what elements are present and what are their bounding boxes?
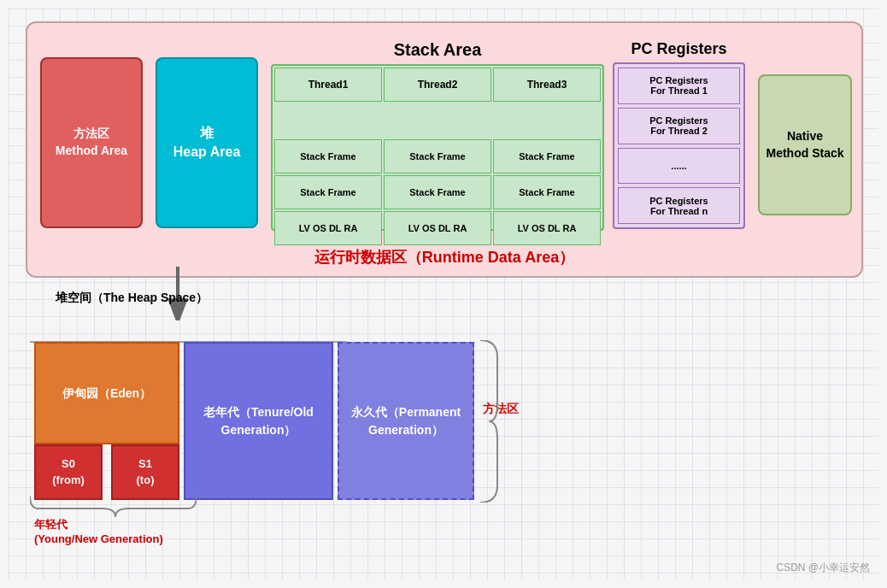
pc-registers-title: PC Registers (613, 40, 745, 58)
s0-box: S0(from) (34, 444, 103, 500)
perm-gen-label: 永久代（PermanentGeneration） (351, 403, 461, 439)
old-gen-label: 老年代（Tenure/OldGeneration） (203, 403, 314, 439)
frame-r3c2: Stack Frame (384, 139, 491, 173)
watermark: CSDN @小幸运安然 (776, 561, 870, 575)
heap-area-label2: Heap Area (173, 143, 241, 162)
method-area-label: 方法区 (73, 126, 109, 143)
heap-area-label1: 堆 (200, 124, 214, 143)
heap-space-label: 堆空间（The Heap Space） (56, 291, 208, 306)
runtime-area-label: 运行时数据区（Runtime Data Area） (314, 247, 574, 268)
method-area-box: 方法区 Method Area (40, 57, 143, 228)
thread3-header: Thread3 (493, 68, 601, 102)
young-gen-label: 年轻代(Young/New Generation) (34, 517, 163, 545)
pc-cell-4: PC RegistersFor Thread n (618, 187, 740, 224)
pc-cell-2: PC RegistersFor Thread 2 (618, 108, 740, 144)
perm-gen-box: 永久代（PermanentGeneration） (338, 342, 474, 500)
lv-r5c3: LV OS DL RA (493, 211, 601, 245)
lv-r5c1: LV OS DL RA (274, 211, 382, 245)
frame-r4c1: Stack Frame (274, 175, 382, 209)
frame-r3c1: Stack Frame (274, 139, 382, 173)
s1-label: S1(to) (137, 456, 155, 487)
runtime-data-area: 方法区 Method Area 堆 Heap Area Stack Area T… (26, 21, 863, 278)
heap-diagram: 伊甸园（Eden） S0(from) S1(to) 老年代（Tenure/Old… (26, 325, 590, 521)
s1-box: S1(to) (111, 444, 179, 500)
empty-cell-3 (493, 103, 601, 138)
heap-area-box: 堆 Heap Area (156, 57, 258, 228)
old-gen-box: 老年代（Tenure/OldGeneration） (184, 342, 333, 500)
empty-cell-2 (384, 103, 491, 138)
eden-box: 伊甸园（Eden） (34, 342, 179, 444)
lv-r5c2: LV OS DL RA (384, 211, 491, 245)
s0-label: S0(from) (52, 456, 85, 487)
eden-label: 伊甸园（Eden） (62, 385, 151, 403)
frame-r4c3: Stack Frame (493, 175, 601, 209)
frame-r3c3: Stack Frame (493, 139, 601, 173)
frame-r4c2: Stack Frame (384, 175, 491, 209)
method-area-label2: Method Area (56, 143, 127, 160)
right-brace-svg (476, 340, 506, 503)
empty-cell-1 (274, 103, 382, 138)
thread1-header: Thread1 (274, 68, 382, 102)
pc-cell-1: PC RegistersFor Thread 1 (618, 68, 740, 104)
pc-cell-3: ...... (618, 148, 740, 185)
pc-registers-container: PC Registers PC RegistersFor Thread 1 PC… (613, 40, 745, 237)
stack-area-title: Stack Area (271, 40, 604, 60)
stack-area-container: Stack Area Thread1 Thread2 Thread3 Stack… (271, 40, 604, 237)
thread2-header: Thread2 (384, 68, 491, 102)
native-method-stack-label: NativeMethod Stack (766, 128, 843, 162)
stack-area-box: Thread1 Thread2 Thread3 Stack Frame Stac… (271, 64, 604, 231)
pc-registers-box: PC RegistersFor Thread 1 PC RegistersFor… (613, 62, 745, 229)
native-method-stack-box: NativeMethod Stack (758, 74, 852, 215)
